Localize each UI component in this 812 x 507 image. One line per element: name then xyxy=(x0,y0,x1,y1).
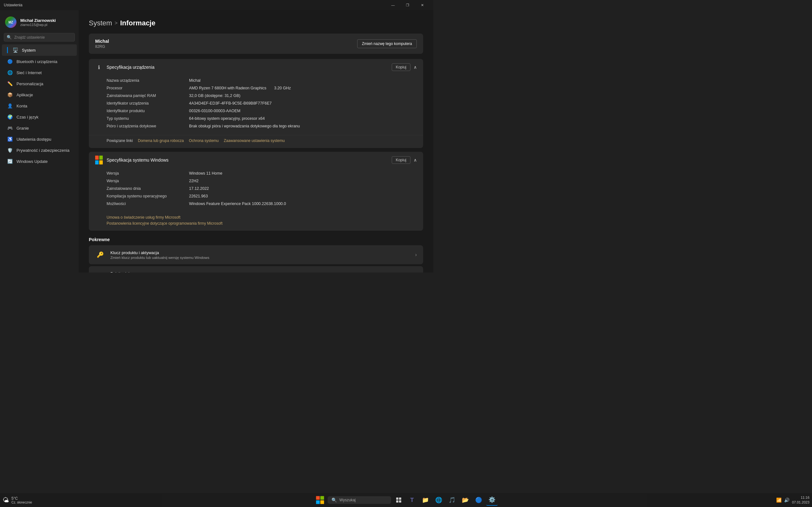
sidebar-item-label-time: Czas i język xyxy=(16,115,38,119)
copy-windows-specs-button[interactable]: Kopiuj xyxy=(392,156,410,164)
close-button[interactable]: ✕ xyxy=(415,0,429,10)
product-key-item[interactable]: 🔑 Klucz produktu i aktywacja Zmień klucz… xyxy=(89,245,423,264)
remote-desktop-item[interactable]: ↔ Pulpit zdalny Kontroluj to urządzenie … xyxy=(89,266,423,273)
sidebar-item-gaming[interactable]: 🎮 Granie xyxy=(2,123,77,133)
spec-label: Możliwości xyxy=(107,202,183,206)
spec-row-device-id: Identyfikator urządzenia 4A34D4EF-ED3F-4… xyxy=(107,100,417,107)
sidebar-user[interactable]: MZ Michał Ziarnowski ziarno115@wp.pl xyxy=(0,14,79,33)
spec-value: Windows Feature Experience Pack 1000.226… xyxy=(189,202,417,206)
protection-link[interactable]: Ochrona systemu xyxy=(189,138,218,143)
section-header-left: Specyfikacja systemu Windows xyxy=(95,156,168,164)
spec-value: 17.12.2022 xyxy=(189,186,417,191)
titlebar-controls: — ❐ ✕ xyxy=(386,0,429,10)
sidebar-search[interactable]: 🔍 xyxy=(4,33,75,42)
sidebar-item-label-network: Sieć i Internet xyxy=(16,70,42,75)
sidebar-item-label-accounts: Konta xyxy=(16,104,27,108)
advanced-link[interactable]: Zaawansowane ustawienia systemu xyxy=(224,138,285,143)
sidebar-item-time[interactable]: 🌍 Czas i język xyxy=(2,112,77,122)
user-info: Michał Ziarnowski ziarno115@wp.pl xyxy=(20,18,56,26)
remote-icon: ↔ xyxy=(95,271,105,273)
accounts-icon: 👤 xyxy=(7,103,13,109)
content: System > Informacje Michal 82RG Zmień na… xyxy=(79,10,433,273)
network-icon: 🌐 xyxy=(7,70,13,75)
gaming-icon: 🎮 xyxy=(7,125,13,131)
device-specs-header[interactable]: ℹ Specyfikacja urządzenia Kopiuj ∧ xyxy=(89,59,423,75)
product-key-title: Klucz produktu i aktywacja xyxy=(110,250,410,255)
windows-specs-card: Specyfikacja systemu Windows Kopiuj ∧ We… xyxy=(89,152,423,231)
sidebar-item-apps[interactable]: 📦 Aplikacje xyxy=(2,89,77,100)
sidebar-item-network[interactable]: 🌐 Sieć i Internet xyxy=(2,67,77,78)
spec-value: AMD Ryzen 7 6800H with Radeon Graphics 3… xyxy=(189,86,417,90)
ms-agreement-link[interactable]: Umowa o świadczenie usług firmy Microsof… xyxy=(107,215,405,220)
sidebar-item-privacy[interactable]: 🛡️ Prywatność i zabezpieczenia xyxy=(2,145,77,156)
ms-license-link[interactable]: Postanowienia licencyjne dotyczące oprog… xyxy=(107,221,223,226)
spec-label: Identyfikator urządzenia xyxy=(107,101,183,106)
sidebar-item-bluetooth[interactable]: 🔵 Bluetooth i urządzenia xyxy=(2,56,77,67)
section-header-right: Kopiuj ∧ xyxy=(392,63,417,71)
titlebar-title: Ustawienia xyxy=(4,3,22,7)
sidebar-item-windows-update[interactable]: 🔄 Windows Update xyxy=(2,156,77,167)
copy-device-specs-button[interactable]: Kopiuj xyxy=(392,63,410,71)
spec-label: Zainstalowano dnia xyxy=(107,186,183,191)
system-icon: 🖥️ xyxy=(12,47,18,53)
maximize-button[interactable]: ❐ xyxy=(400,0,415,10)
spec-value: 32,0 GB (dostępne: 31,2 GB) xyxy=(189,94,417,98)
breadcrumb-separator: > xyxy=(114,20,117,26)
section-header-right: Kopiuj ∧ xyxy=(392,156,417,164)
spec-row-processor: Procesor AMD Ryzen 7 6800H with Radeon G… xyxy=(107,84,417,92)
spec-label: Zainstalowana pamięć RAM xyxy=(107,94,183,98)
domain-link[interactable]: Domena lub grupa robocza xyxy=(138,138,184,143)
sidebar-item-accessibility[interactable]: ♿ Ułatwienia dostępu xyxy=(2,134,77,145)
user-email: ziarno115@wp.pl xyxy=(20,23,56,26)
breadcrumb-parent: System xyxy=(89,19,112,27)
apps-icon: 📦 xyxy=(7,92,13,98)
spec-value: 4A34D4EF-ED3F-4FFB-9C5E-B69B8F77F6E7 xyxy=(189,101,417,106)
user-name: Michał Ziarnowski xyxy=(20,18,56,23)
accessibility-icon: ♿ xyxy=(7,136,13,142)
remote-desktop-text: Pulpit zdalny Kontroluj to urządzenie z … xyxy=(110,271,410,273)
active-indicator xyxy=(7,47,8,53)
info-icon: ℹ xyxy=(95,63,103,71)
chevron-up-icon: ∧ xyxy=(414,158,417,163)
spec-label: Wersja xyxy=(107,179,183,183)
sidebar-item-accounts[interactable]: 👤 Konta xyxy=(2,101,77,111)
device-specs-title: Specyfikacja urządzenia xyxy=(107,65,154,70)
minimize-button[interactable]: — xyxy=(386,0,400,10)
sidebar-item-label-personalization: Personalizacja xyxy=(16,81,44,86)
related-section-title: Pokrewne xyxy=(89,237,423,242)
spec-row-system-type: Typ systemu 64-bitowy system operacyjny,… xyxy=(107,115,417,122)
device-specs-card: ℹ Specyfikacja urządzenia Kopiuj ∧ Nazwa… xyxy=(89,59,423,148)
device-info: Michal 82RG xyxy=(95,39,109,49)
windows-specs-header[interactable]: Specyfikacja systemu Windows Kopiuj ∧ xyxy=(89,152,423,168)
sidebar-item-system[interactable]: 🖥️ System xyxy=(2,44,77,56)
spec-label: Nazwa urządzenia xyxy=(107,78,183,83)
breadcrumb: System > Informacje xyxy=(89,19,423,27)
spec-value: Windows 11 Home xyxy=(189,171,417,176)
sidebar-item-personalization[interactable]: ✏️ Personalizacja xyxy=(2,78,77,89)
related-links-label: Powiązane linki xyxy=(107,138,133,143)
sidebar-item-label-windows-update: Windows Update xyxy=(16,159,48,164)
spec-label: Identyfikator produktu xyxy=(107,109,183,113)
spec-row-build: Kompilacja systemu operacyjnego 22621.96… xyxy=(107,192,417,200)
spec-value: 64-bitowy system operacyjny, procesor x6… xyxy=(189,116,417,121)
app-container: MZ Michał Ziarnowski ziarno115@wp.pl 🔍 🖥… xyxy=(0,10,433,273)
product-key-desc: Zmień klucz produktu lub uaktualnij wers… xyxy=(110,256,410,260)
search-icon: 🔍 xyxy=(7,35,12,40)
sidebar-nav: 🖥️ System 🔵 Bluetooth i urządzenia 🌐 Sie… xyxy=(0,44,79,269)
rename-computer-button[interactable]: Zmień nazwę tego komputera xyxy=(357,39,417,48)
bluetooth-icon: 🔵 xyxy=(7,59,13,64)
spec-value: 00326-03100-00003-AAOEM xyxy=(189,109,417,113)
spec-row-install-date: Zainstalowano dnia 17.12.2022 xyxy=(107,185,417,192)
device-model: 82RG xyxy=(95,44,109,49)
chevron-up-icon: ∧ xyxy=(414,65,417,70)
sidebar-item-label-system: System xyxy=(22,48,36,53)
time-icon: 🌍 xyxy=(7,114,13,120)
spec-label: Wersja xyxy=(107,171,183,176)
search-input[interactable] xyxy=(14,35,72,40)
spec-row-device-name: Nazwa urządzenia Michal xyxy=(107,77,417,84)
privacy-icon: 🛡️ xyxy=(7,147,13,153)
device-name: Michal xyxy=(95,39,109,44)
spec-row-product-id: Identyfikator produktu 00326-03100-00003… xyxy=(107,107,417,115)
sidebar-item-label-gaming: Granie xyxy=(16,126,29,130)
spec-row-ram: Zainstalowana pamięć RAM 32,0 GB (dostęp… xyxy=(107,92,417,100)
